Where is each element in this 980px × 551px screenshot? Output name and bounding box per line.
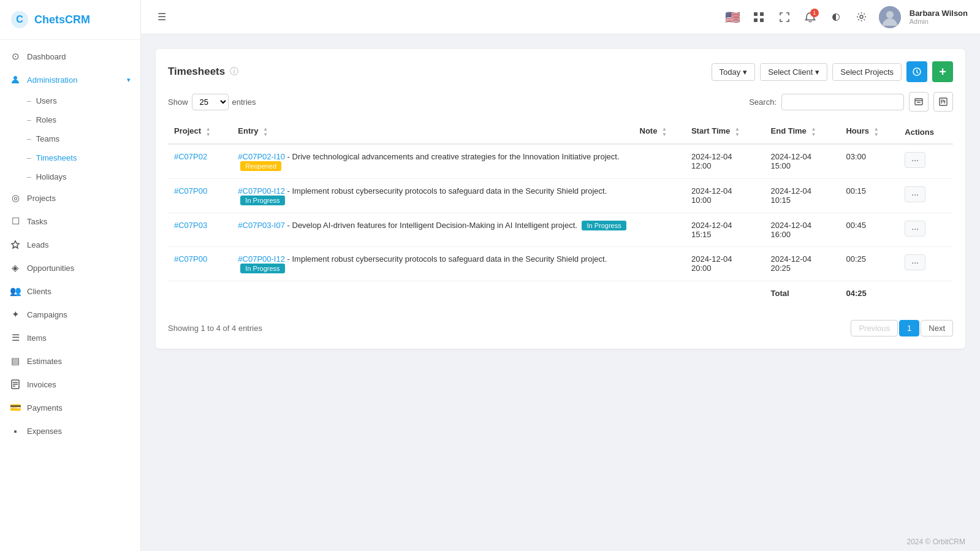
svg-text:C: C xyxy=(16,14,23,25)
search-input[interactable] xyxy=(781,94,904,110)
logo-icon: C xyxy=(10,10,29,29)
entry-description: - Develop AI-driven features for Intelli… xyxy=(285,221,577,230)
main-area: ☰ 🇺🇸 1 Barbara Wilson xyxy=(141,0,980,551)
actions-menu-button[interactable]: ··· xyxy=(905,254,925,270)
cell-entry: #C07P03-I07 - Develop AI-driven features… xyxy=(232,213,633,247)
sidebar-item-dashboard[interactable]: ⊙ Dashboard xyxy=(0,45,140,68)
sidebar-item-label: Administration xyxy=(27,75,127,85)
cell-entry: #C07P00-I12 - Implement robust cybersecu… xyxy=(232,179,633,213)
entries-select[interactable]: 25 10 50 100 xyxy=(192,94,229,110)
timesheets-label: Timesheets xyxy=(36,153,77,162)
sidebar-item-opportunities[interactable]: ◈ Opportunities xyxy=(0,256,140,279)
sidebar-item-leads[interactable]: Leads xyxy=(0,233,140,256)
svg-point-14 xyxy=(886,11,894,18)
campaigns-icon: ✦ xyxy=(10,309,21,320)
actions-menu-button[interactable]: ··· xyxy=(905,186,925,202)
settings-icon[interactable] xyxy=(853,9,870,26)
cell-project: #C07P00 xyxy=(168,179,232,213)
cell-start-time: 2024-12-04 10:00 xyxy=(685,179,765,213)
sidebar-item-campaigns[interactable]: ✦ Campaigns xyxy=(0,303,140,326)
flag-icon[interactable]: 🇺🇸 xyxy=(724,9,742,26)
teams-label: Teams xyxy=(36,134,59,143)
opportunities-icon: ◈ xyxy=(10,262,21,273)
page-1-button[interactable]: 1 xyxy=(899,320,919,336)
sidebar-item-invoices[interactable]: Invoices xyxy=(0,373,140,396)
export-csv-button[interactable] xyxy=(909,92,929,112)
info-icon[interactable]: ⓘ xyxy=(230,66,238,77)
project-link[interactable]: #C07P00 xyxy=(174,186,207,196)
project-link[interactable]: #C07P02 xyxy=(174,152,207,161)
sidebar-item-timesheets[interactable]: Timesheets xyxy=(27,148,140,167)
menu-icon[interactable]: ☰ xyxy=(153,9,170,26)
col-project[interactable]: Project ▲▼ xyxy=(168,120,232,144)
dropdown-arrow-icon: ▾ xyxy=(815,67,819,77)
page-title: Timesheets xyxy=(168,66,225,78)
dark-mode-icon[interactable] xyxy=(827,9,845,26)
notification-icon[interactable]: 1 xyxy=(802,9,819,26)
svg-marker-3 xyxy=(12,241,19,248)
sidebar-item-projects[interactable]: ◎ Projects xyxy=(0,186,140,210)
select-projects-button[interactable]: Select Projects xyxy=(832,63,902,81)
select-client-button[interactable]: Select Client ▾ xyxy=(760,63,827,81)
estimates-icon: ▤ xyxy=(10,355,21,367)
entry-badge: In Progress xyxy=(582,221,626,230)
table-controls: Show 25 10 50 100 entries Search: xyxy=(168,92,953,112)
apps-icon[interactable] xyxy=(750,9,767,26)
sidebar-item-holidays[interactable]: Holidays xyxy=(27,167,140,186)
dropdown-arrow-icon: ▾ xyxy=(743,67,747,77)
sidebar-item-payments[interactable]: 💳 Payments xyxy=(0,396,140,419)
cell-hours: 00:25 xyxy=(840,247,898,281)
col-start-time[interactable]: Start Time ▲▼ xyxy=(685,120,765,144)
svg-rect-11 xyxy=(760,18,764,22)
project-link[interactable]: #C07P00 xyxy=(174,254,207,264)
entry-description: - Drive technological advancements and c… xyxy=(285,152,620,161)
user-name: Barbara Wilson xyxy=(910,9,968,18)
project-link[interactable]: #C07P03 xyxy=(174,221,207,230)
actions-menu-button[interactable]: ··· xyxy=(905,221,925,237)
chevron-down-icon: ▾ xyxy=(127,76,131,84)
sidebar-item-administration[interactable]: Administration ▾ xyxy=(0,68,140,91)
col-end-time[interactable]: End Time ▲▼ xyxy=(765,120,840,144)
actions-menu-button[interactable]: ··· xyxy=(905,152,925,168)
projects-icon: ◎ xyxy=(10,192,21,203)
sidebar-item-label: Tasks xyxy=(27,217,131,226)
sidebar-item-roles[interactable]: Roles xyxy=(27,110,140,129)
add-button[interactable]: + xyxy=(932,61,953,82)
sidebar-item-users[interactable]: Users xyxy=(27,91,140,110)
cell-actions: ··· xyxy=(898,144,953,179)
sidebar-item-expenses[interactable]: ▪ Expenses xyxy=(0,419,140,443)
cell-project: #C07P03 xyxy=(168,213,232,247)
clock-button[interactable] xyxy=(906,61,927,82)
col-note[interactable]: Note ▲▼ xyxy=(634,120,685,144)
sidebar-item-label: Dashboard xyxy=(27,52,131,61)
previous-button[interactable]: Previous xyxy=(851,320,898,336)
entry-link[interactable]: #C07P02-I10 xyxy=(238,152,285,161)
entry-link[interactable]: #C07P00-I12 xyxy=(238,254,285,264)
logo[interactable]: C ChetsCRM xyxy=(0,0,140,40)
sidebar-item-label: Campaigns xyxy=(27,310,131,319)
fullscreen-icon[interactable] xyxy=(776,9,793,26)
topbar: ☰ 🇺🇸 1 Barbara Wilson xyxy=(141,0,980,34)
export-pdf-button[interactable] xyxy=(933,92,953,112)
entry-link[interactable]: #C07P00-I12 xyxy=(238,186,285,196)
sidebar-item-tasks[interactable]: ☐ Tasks xyxy=(0,210,140,233)
sidebar-item-clients[interactable]: 👥 Clients xyxy=(0,279,140,303)
sidebar-item-label: Payments xyxy=(27,403,131,412)
page-card: Timesheets ⓘ Today ▾ Select Client ▾ Sel… xyxy=(156,49,965,349)
total-value: 04:25 xyxy=(840,281,898,306)
admin-icon xyxy=(10,74,21,85)
col-hours[interactable]: Hours ▲▼ xyxy=(840,120,898,144)
col-entry[interactable]: Entry ▲▼ xyxy=(232,120,633,144)
dashboard-icon: ⊙ xyxy=(10,51,21,62)
entry-description: - Implement robust cybersecurity protoco… xyxy=(285,186,607,196)
notification-badge: 1 xyxy=(810,9,819,17)
search-label: Search: xyxy=(749,97,777,107)
today-button[interactable]: Today ▾ xyxy=(712,63,756,81)
sidebar-item-teams[interactable]: Teams xyxy=(27,129,140,148)
sidebar-item-estimates[interactable]: ▤ Estimates xyxy=(0,349,140,373)
cell-note xyxy=(634,247,685,281)
sidebar-item-items[interactable]: ☰ Items xyxy=(0,326,140,349)
next-button[interactable]: Next xyxy=(921,320,953,336)
entry-link[interactable]: #C07P03-I07 xyxy=(238,221,285,230)
avatar[interactable] xyxy=(879,6,901,28)
